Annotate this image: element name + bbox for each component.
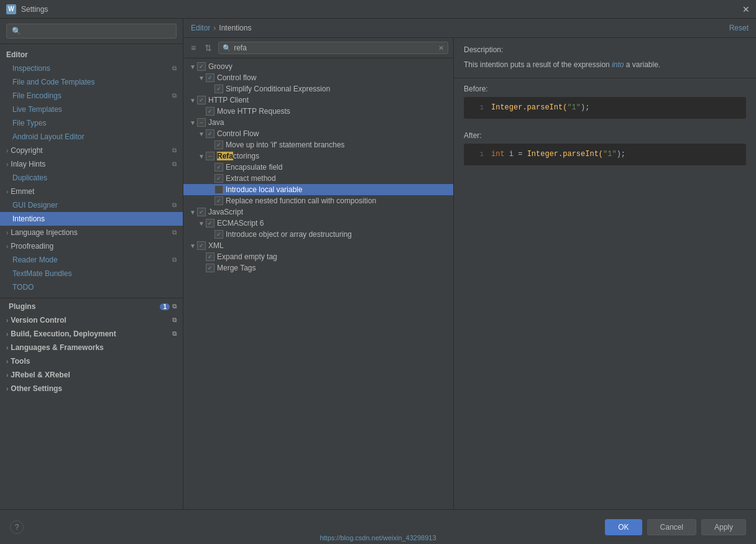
javacf-checkbox[interactable]: ✓ xyxy=(206,129,214,138)
sidebar-item-todo[interactable]: TODO xyxy=(0,280,183,294)
enc-expand xyxy=(206,163,214,172)
simplify-checkbox[interactable]: ✓ xyxy=(214,85,223,93)
refact-checkbox[interactable]: – xyxy=(206,152,214,160)
sidebar-item-file-types[interactable]: File Types xyxy=(0,116,183,130)
ext-checkbox[interactable]: ✓ xyxy=(214,174,223,183)
sidebar-item-live-templates[interactable]: Live Templates xyxy=(0,103,183,116)
cancel-button[interactable]: Cancel xyxy=(647,519,696,535)
tree-item-control-flow[interactable]: ▼ ✓ Control flow xyxy=(183,72,453,83)
sidebar-item-languages[interactable]: › Languages & Frameworks xyxy=(0,341,183,354)
title-bar: W Settings ✕ xyxy=(0,0,756,19)
cf-expand: ▼ xyxy=(197,73,206,82)
tree-item-encapsulate[interactable]: ✓ Encapsulate field xyxy=(183,162,453,173)
tree-item-introduce-obj[interactable]: ✓ Introduce object or array destructurin… xyxy=(183,229,453,240)
exptag-expand xyxy=(197,252,206,261)
plugins-icon: ⧉ xyxy=(172,303,177,310)
description-text: This intention puts a result of the expr… xyxy=(464,59,746,70)
sidebar-item-language-injections[interactable]: › Language Injections ⧉ xyxy=(0,226,183,239)
sidebar-item-jrebel[interactable]: › JRebel & XRebel xyxy=(0,368,183,382)
settings-icon: ⧉ xyxy=(172,92,177,99)
tree-item-extract[interactable]: ✓ Extract method xyxy=(183,173,453,184)
tree-item-move-up[interactable]: ✓ Move up into 'if' statement branches xyxy=(183,139,453,150)
sidebar-item-file-code-templates[interactable]: File and Code Templates xyxy=(0,75,183,89)
sidebar-item-file-encodings[interactable]: File Encodings ⧉ xyxy=(0,89,183,103)
desc-text-before: This intention puts a result of the expr… xyxy=(464,60,612,69)
desc-keyword: into xyxy=(612,60,624,69)
sidebar-item-gui-designer[interactable]: GUI Designer ⧉ xyxy=(0,198,183,212)
tree-item-groovy[interactable]: ▼ ✓ Groovy xyxy=(183,61,453,72)
search-filter-wrapper: 🔍 ✕ xyxy=(218,42,448,54)
reset-button[interactable]: Reset xyxy=(729,24,749,32)
groovy-checkbox[interactable]: ✓ xyxy=(197,62,206,71)
sidebar-item-inlay-hints[interactable]: › Inlay Hints ⧉ xyxy=(0,157,183,171)
tree-item-merge-tags[interactable]: ✓ Merge Tags xyxy=(183,262,453,274)
moveup-expand xyxy=(206,141,214,149)
apply-button[interactable]: Apply xyxy=(701,519,746,535)
tree-item-replace-nested[interactable]: ✓ Replace nested function call with comp… xyxy=(183,195,453,206)
ecma-expand: ▼ xyxy=(197,219,206,228)
tree-item-xml[interactable]: ▼ ✓ XML xyxy=(183,240,453,251)
sidebar-item-textmate-bundles[interactable]: TextMate Bundles xyxy=(0,267,183,280)
sidebar-item-inspections[interactable]: Inspections ⧉ xyxy=(0,62,183,75)
breadcrumb: Editor › Intentions xyxy=(191,24,729,32)
sidebar-item-tools[interactable]: › Tools xyxy=(0,354,183,368)
expand-all-button[interactable]: ≡ xyxy=(188,42,198,54)
tree-item-refactorings[interactable]: ▼ – Refactorings xyxy=(183,150,453,162)
after-keyword: int xyxy=(491,150,505,159)
http-expand: ▼ xyxy=(188,96,197,104)
url-text: https://blog.csdn.net/weixin_43298913 xyxy=(320,534,436,542)
desc-text-after: a variable. xyxy=(624,60,661,69)
sidebar-item-version-control[interactable]: › Version Control ⧉ xyxy=(0,313,183,327)
after-code-block: 1 int i = Integer.parseInt("1"); xyxy=(464,144,746,165)
sidebar-item-duplicates[interactable]: Duplicates xyxy=(0,171,183,185)
tree-item-simplify[interactable]: ✓ Simplify Conditional Expression xyxy=(183,83,453,95)
collapse-all-button[interactable]: ⇅ xyxy=(202,42,214,54)
ext-expand xyxy=(206,174,214,183)
ok-button[interactable]: OK xyxy=(605,519,642,535)
close-button[interactable]: ✕ xyxy=(742,4,750,14)
tree-item-move-http[interactable]: ✓ Move HTTP Requests xyxy=(183,106,453,117)
before-label: Before: xyxy=(464,85,746,93)
search-input[interactable] xyxy=(6,24,177,39)
help-button[interactable]: ? xyxy=(10,520,24,534)
app-icon: W xyxy=(6,4,16,14)
tree-item-expand-tag[interactable]: ✓ Expand empty tag xyxy=(183,251,453,262)
sidebar-item-plugins[interactable]: Plugins 1 ⧉ xyxy=(0,298,183,313)
js-checkbox[interactable]: ✓ xyxy=(197,208,206,216)
sidebar-item-android-layout-editor[interactable]: Android Layout Editor xyxy=(0,130,183,144)
mergetag-checkbox[interactable]: ✓ xyxy=(206,264,214,272)
java-checkbox[interactable]: – xyxy=(197,118,206,127)
tree-item-java-cf[interactable]: ▼ ✓ Control Flow xyxy=(183,128,453,139)
tree-item-javascript[interactable]: ▼ ✓ JavaScript xyxy=(183,206,453,218)
moveup-checkbox[interactable]: ✓ xyxy=(214,141,223,149)
sidebar-item-reader-mode[interactable]: Reader Mode ⧉ xyxy=(0,253,183,267)
sidebar-item-intentions[interactable]: Intentions xyxy=(0,212,183,226)
sidebar-item-copyright[interactable]: › Copyright ⧉ xyxy=(0,144,183,157)
sidebar-item-build[interactable]: › Build, Execution, Deployment ⧉ xyxy=(0,327,183,341)
sidebar-item-other-settings[interactable]: › Other Settings xyxy=(0,382,183,395)
tree-item-ecma6[interactable]: ▼ ✓ ECMAScript 6 xyxy=(183,218,453,229)
cf-checkbox[interactable]: ✓ xyxy=(206,73,214,82)
movehttp-checkbox[interactable]: ✓ xyxy=(206,107,214,116)
inlay-hints-arrow: › xyxy=(6,161,8,168)
tree-item-introduce-local[interactable]: Introduce local variable xyxy=(183,184,453,195)
sidebar-item-proofreading[interactable]: › Proofreading xyxy=(0,239,183,253)
introobj-checkbox[interactable]: ✓ xyxy=(214,230,223,239)
exptag-checkbox[interactable]: ✓ xyxy=(206,252,214,261)
ecma-checkbox[interactable]: ✓ xyxy=(206,219,214,228)
tree-item-http-client[interactable]: ▼ ✓ HTTP Client xyxy=(183,95,453,106)
xml-checkbox[interactable]: ✓ xyxy=(197,241,206,250)
breadcrumb-editor[interactable]: Editor xyxy=(191,24,210,32)
window-title: Settings xyxy=(21,5,48,14)
clear-filter-icon[interactable]: ✕ xyxy=(438,44,444,52)
description-label: Description: xyxy=(464,45,746,54)
http-checkbox[interactable]: ✓ xyxy=(197,96,206,104)
sidebar-item-emmet[interactable]: › Emmet xyxy=(0,185,183,198)
tree-item-java[interactable]: ▼ – Java xyxy=(183,117,453,128)
rep-checkbox[interactable]: ✓ xyxy=(214,196,223,205)
intro-checkbox[interactable] xyxy=(214,185,223,194)
description-panel: Description: This intention puts a resul… xyxy=(454,38,756,509)
enc-checkbox[interactable]: ✓ xyxy=(214,163,223,172)
filter-input[interactable] xyxy=(234,44,438,52)
right-panel: Editor › Intentions Reset ≡ ⇅ 🔍 ✕ xyxy=(183,19,756,509)
